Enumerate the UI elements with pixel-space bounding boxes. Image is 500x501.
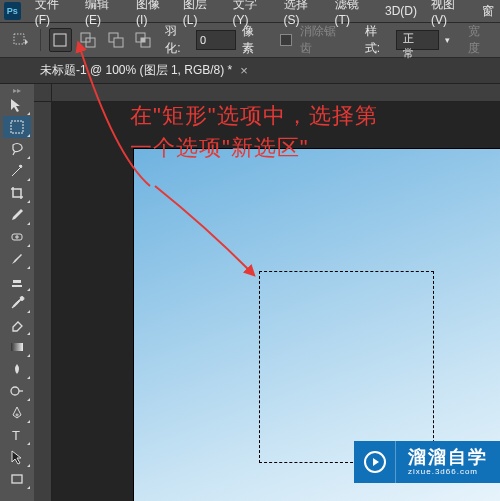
svg-rect-11 bbox=[11, 343, 23, 351]
separator bbox=[40, 29, 41, 51]
play-icon bbox=[354, 441, 396, 483]
menu-window[interactable]: 窗 bbox=[476, 1, 500, 22]
feather-unit: 像素 bbox=[242, 23, 266, 57]
brush-tool[interactable] bbox=[3, 248, 31, 270]
style-select[interactable]: 正常 bbox=[396, 30, 440, 50]
document-tab[interactable]: 未标题-1 @ 100% (图层 1, RGB/8) * × bbox=[40, 62, 248, 79]
path-selection-tool[interactable] bbox=[3, 446, 31, 468]
tool-preset-picker[interactable] bbox=[8, 28, 32, 52]
watermark-title: 溜溜自学 bbox=[408, 448, 488, 468]
move-tool[interactable] bbox=[3, 94, 31, 116]
eyedropper-tool[interactable] bbox=[3, 204, 31, 226]
chevron-down-icon: ▾ bbox=[445, 35, 450, 45]
antialias-checkbox bbox=[280, 34, 292, 46]
eraser-tool[interactable] bbox=[3, 314, 31, 336]
rectangle-tool[interactable] bbox=[3, 468, 31, 490]
ruler-horizontal[interactable] bbox=[52, 84, 500, 102]
document-tab-title: 未标题-1 @ 100% (图层 1, RGB/8) * bbox=[40, 62, 232, 79]
svg-rect-0 bbox=[14, 34, 24, 44]
width-label: 宽度 bbox=[468, 23, 492, 57]
feather-label: 羽化: bbox=[165, 23, 192, 57]
menu-edit[interactable]: 编辑(E) bbox=[79, 0, 128, 29]
ruler-corner bbox=[34, 84, 52, 102]
menu-bar: Ps 文件(F) 编辑(E) 图像(I) 图层(L) 文字(Y) 选择(S) 滤… bbox=[0, 0, 500, 22]
marquee-tool[interactable] bbox=[3, 116, 31, 138]
magic-wand-tool[interactable] bbox=[3, 160, 31, 182]
menu-3d[interactable]: 3D(D) bbox=[379, 2, 423, 20]
style-value: 正常 bbox=[403, 32, 414, 59]
watermark: 溜溜自学 zixue.3d66.com bbox=[354, 441, 500, 483]
pen-tool[interactable] bbox=[3, 402, 31, 424]
svg-rect-14 bbox=[12, 475, 22, 483]
panel-grip[interactable]: ▸▸ bbox=[2, 86, 32, 94]
blur-tool[interactable] bbox=[3, 358, 31, 380]
svg-rect-1 bbox=[54, 34, 66, 46]
marquee-selection bbox=[259, 271, 434, 463]
tools-panel: ▸▸ T bbox=[0, 84, 34, 490]
antialias-label: 消除锯齿 bbox=[300, 23, 347, 57]
healing-brush-tool[interactable] bbox=[3, 226, 31, 248]
type-tool[interactable]: T bbox=[3, 424, 31, 446]
gradient-tool[interactable] bbox=[3, 336, 31, 358]
intersect-selection-button[interactable] bbox=[132, 28, 156, 52]
canvas-area bbox=[34, 84, 500, 501]
feather-input[interactable] bbox=[196, 30, 236, 50]
clone-stamp-tool[interactable] bbox=[3, 270, 31, 292]
ruler-vertical[interactable] bbox=[34, 102, 52, 501]
style-label: 样式: bbox=[365, 23, 392, 57]
lasso-tool[interactable] bbox=[3, 138, 31, 160]
svg-point-12 bbox=[11, 387, 19, 395]
new-selection-button[interactable] bbox=[49, 28, 73, 52]
document-tab-bar: 未标题-1 @ 100% (图层 1, RGB/8) * × bbox=[0, 58, 500, 84]
watermark-url: zixue.3d66.com bbox=[408, 468, 488, 477]
history-brush-tool[interactable] bbox=[3, 292, 31, 314]
svg-rect-9 bbox=[11, 121, 23, 133]
add-to-selection-button[interactable] bbox=[76, 28, 100, 52]
menu-file[interactable]: 文件(F) bbox=[29, 0, 77, 29]
svg-rect-8 bbox=[141, 38, 145, 42]
close-icon[interactable]: × bbox=[240, 63, 248, 78]
menu-view[interactable]: 视图(V) bbox=[425, 0, 474, 29]
dodge-tool[interactable] bbox=[3, 380, 31, 402]
crop-tool[interactable] bbox=[3, 182, 31, 204]
app-logo: Ps bbox=[4, 2, 21, 20]
svg-rect-5 bbox=[114, 38, 123, 47]
svg-text:T: T bbox=[12, 428, 20, 443]
subtract-from-selection-button[interactable] bbox=[104, 28, 128, 52]
